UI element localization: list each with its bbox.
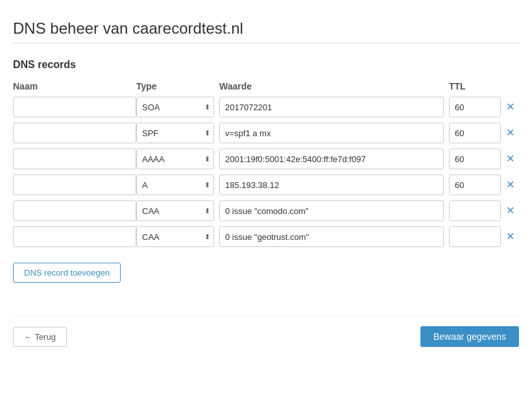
header-waarde: Waarde <box>219 81 444 91</box>
type-select-wrapper-4: SOA A AAAA CNAME MX TXT SPF CAA NS SRV <box>136 200 214 221</box>
waarde-cell-1 <box>219 123 444 143</box>
waarde-input-5[interactable] <box>219 226 444 247</box>
waarde-input-2[interactable] <box>219 149 444 169</box>
type-select-5[interactable]: SOA A AAAA CNAME MX TXT SPF CAA NS SRV <box>136 226 214 247</box>
waarde-cell-3 <box>219 174 444 195</box>
type-select-wrapper-2: SOA A AAAA CNAME MX TXT SPF CAA NS SRV <box>136 149 214 169</box>
delete-button-0[interactable]: ✕ <box>506 102 514 112</box>
back-button[interactable]: ← Terug <box>13 327 67 347</box>
type-select-wrapper-5: SOA A AAAA CNAME MX TXT SPF CAA NS SRV <box>136 226 214 247</box>
ttl-input-0[interactable] <box>449 97 501 117</box>
ttl-input-5[interactable] <box>449 226 501 247</box>
delete-button-2[interactable]: ✕ <box>506 154 514 164</box>
ttl-cell-0 <box>449 97 501 117</box>
action-cell-3: ✕ <box>506 180 519 190</box>
type-cell-1: SOA A AAAA CNAME MX TXT SPF CAA NS SRV <box>136 123 214 143</box>
table-header: Naam Type Waarde TTL <box>13 81 519 97</box>
ttl-input-3[interactable] <box>449 174 501 195</box>
naam-input-2[interactable] <box>13 149 136 169</box>
naam-input-5[interactable] <box>13 226 136 247</box>
type-cell-3: SOA A AAAA CNAME MX TXT SPF CAA NS SRV <box>136 174 214 195</box>
type-cell-2: SOA A AAAA CNAME MX TXT SPF CAA NS SRV <box>136 149 214 169</box>
waarde-cell-0 <box>219 97 444 117</box>
delete-button-1[interactable]: ✕ <box>506 128 514 138</box>
type-select-wrapper-1: SOA A AAAA CNAME MX TXT SPF CAA NS SRV <box>136 123 214 143</box>
naam-cell-5 <box>13 226 136 247</box>
header-naam: Naam <box>13 81 136 91</box>
footer-actions: ← Terug Bewaar gegevens <box>13 315 519 347</box>
naam-input-1[interactable] <box>13 123 136 143</box>
action-cell-4: ✕ <box>506 206 519 216</box>
naam-cell-2 <box>13 149 136 169</box>
delete-button-3[interactable]: ✕ <box>506 180 514 190</box>
type-select-2[interactable]: SOA A AAAA CNAME MX TXT SPF CAA NS SRV <box>136 149 214 169</box>
ttl-cell-3 <box>449 174 501 195</box>
save-button[interactable]: Bewaar gegevens <box>420 326 519 347</box>
type-cell-4: SOA A AAAA CNAME MX TXT SPF CAA NS SRV <box>136 200 214 221</box>
ttl-cell-5 <box>449 226 501 247</box>
header-type: Type <box>136 81 214 91</box>
table-row: SOA A AAAA CNAME MX TXT SPF CAA NS SRV <box>13 123 519 143</box>
naam-input-4[interactable] <box>13 200 136 221</box>
type-cell-0: SOA A AAAA CNAME MX TXT SPF CAA NS SRV <box>136 97 214 117</box>
naam-cell-3 <box>13 174 136 195</box>
add-record-button[interactable]: DNS record toevoegen <box>13 263 121 283</box>
waarde-cell-2 <box>219 149 444 169</box>
action-cell-1: ✕ <box>506 128 519 138</box>
ttl-input-2[interactable] <box>449 149 501 169</box>
waarde-input-4[interactable] <box>219 200 444 221</box>
type-select-1[interactable]: SOA A AAAA CNAME MX TXT SPF CAA NS SRV <box>136 123 214 143</box>
action-cell-5: ✕ <box>506 232 519 242</box>
type-select-4[interactable]: SOA A AAAA CNAME MX TXT SPF CAA NS SRV <box>136 200 214 221</box>
table-row: SOA A AAAA CNAME MX TXT SPF CAA NS SRV <box>13 97 519 117</box>
delete-button-5[interactable]: ✕ <box>506 232 514 242</box>
dns-table: Naam Type Waarde TTL SOA A AAAA CNAME MX <box>13 81 519 247</box>
ttl-cell-2 <box>449 149 501 169</box>
naam-input-0[interactable] <box>13 97 136 117</box>
naam-cell-1 <box>13 123 136 143</box>
naam-cell-0 <box>13 97 136 117</box>
section-title: DNS records <box>13 59 519 71</box>
waarde-input-0[interactable] <box>219 97 444 117</box>
delete-button-4[interactable]: ✕ <box>506 206 514 216</box>
type-cell-5: SOA A AAAA CNAME MX TXT SPF CAA NS SRV <box>136 226 214 247</box>
ttl-cell-1 <box>449 123 501 143</box>
page-container: DNS beheer van caarecordtest.nl DNS reco… <box>0 0 532 366</box>
type-select-3[interactable]: SOA A AAAA CNAME MX TXT SPF CAA NS SRV <box>136 174 214 195</box>
ttl-input-4[interactable] <box>449 200 501 221</box>
type-select-wrapper-3: SOA A AAAA CNAME MX TXT SPF CAA NS SRV <box>136 174 214 195</box>
type-select-0[interactable]: SOA A AAAA CNAME MX TXT SPF CAA NS SRV <box>136 97 214 117</box>
ttl-input-1[interactable] <box>449 123 501 143</box>
naam-cell-4 <box>13 200 136 221</box>
page-title: DNS beheer van caarecordtest.nl <box>13 19 519 38</box>
type-select-wrapper-0: SOA A AAAA CNAME MX TXT SPF CAA NS SRV <box>136 97 214 117</box>
table-row: SOA A AAAA CNAME MX TXT SPF CAA NS SRV <box>13 149 519 169</box>
title-divider <box>13 43 519 43</box>
action-cell-2: ✕ <box>506 154 519 164</box>
ttl-cell-4 <box>449 200 501 221</box>
waarde-input-1[interactable] <box>219 123 444 143</box>
table-row: SOA A AAAA CNAME MX TXT SPF CAA NS SRV <box>13 226 519 247</box>
table-row: SOA A AAAA CNAME MX TXT SPF CAA NS SRV <box>13 200 519 221</box>
action-cell-0: ✕ <box>506 102 519 112</box>
waarde-cell-5 <box>219 226 444 247</box>
table-row: SOA A AAAA CNAME MX TXT SPF CAA NS SRV <box>13 174 519 195</box>
header-ttl: TTL <box>449 81 501 91</box>
waarde-cell-4 <box>219 200 444 221</box>
waarde-input-3[interactable] <box>219 174 444 195</box>
naam-input-3[interactable] <box>13 174 136 195</box>
